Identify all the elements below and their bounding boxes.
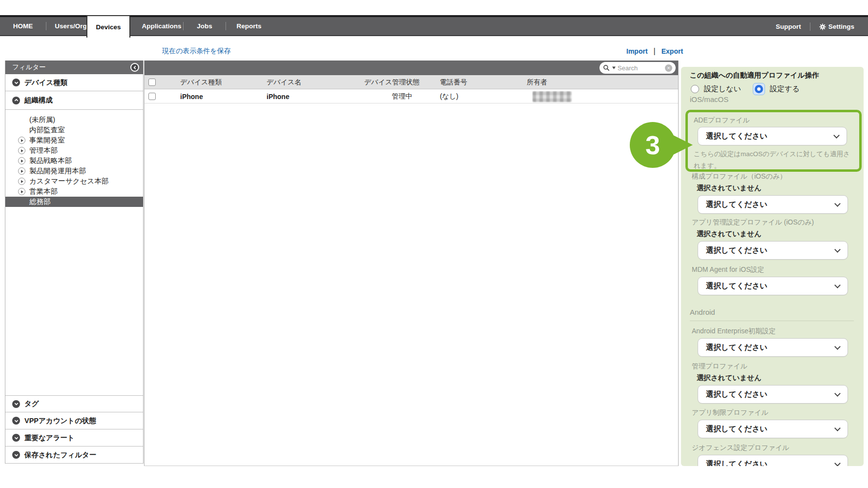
- filter-sidebar: フィルター デバイス種類 組織構成 (未所属) 内部監査室 事業開発室 管理本部: [5, 61, 144, 464]
- geofence-profile-select[interactable]: 選択してください: [698, 455, 848, 466]
- chevron-down-circle-icon: [12, 400, 20, 408]
- row-checkbox[interactable]: [148, 93, 156, 100]
- app-mgmt-profile-select[interactable]: 選択してください: [698, 241, 848, 260]
- nav-support[interactable]: Support: [776, 23, 801, 30]
- auto-apply-profile-panel: この組織への自動適用プロファイル操作 設定しない 設定する iOS/macOS …: [681, 67, 864, 466]
- nav-reports[interactable]: Reports: [226, 22, 272, 30]
- search-box[interactable]: ×: [599, 62, 676, 74]
- nav-jobs[interactable]: Jobs: [184, 22, 226, 30]
- table-row[interactable]: iPhone iPhone 管理中 (なし): [145, 89, 678, 103]
- import-link[interactable]: Import: [626, 47, 648, 55]
- org-tree-item-general-affairs-selected[interactable]: 総務部: [5, 197, 143, 207]
- select-value: 選択してください: [706, 424, 835, 434]
- step-3-callout: 3: [629, 122, 694, 168]
- chevron-down-icon: [833, 132, 840, 139]
- expand-node-icon[interactable]: [18, 157, 25, 164]
- expand-node-icon[interactable]: [18, 167, 25, 175]
- select-all-checkbox[interactable]: [148, 79, 156, 86]
- save-current-view-link[interactable]: 現在の表示条件を保存: [162, 47, 231, 56]
- device-table-area: × デバイス種類 デバイス名 デバイス管理状態 電話番号 所有者 iPhone …: [144, 61, 679, 466]
- org-tree-label: 製品開発運用本部: [29, 166, 86, 176]
- android-enterprise-select[interactable]: 選択してください: [698, 338, 848, 357]
- filter-section-alerts[interactable]: 重要なアラート: [5, 429, 143, 447]
- filter-header: フィルター: [5, 61, 143, 74]
- nav-tab-devices-active[interactable]: Devices: [86, 15, 130, 38]
- org-tree-item-unassigned[interactable]: (未所属): [5, 115, 143, 125]
- callout-number: 3: [629, 122, 676, 168]
- ade-profile-label: ADEプロファイル: [694, 116, 750, 125]
- android-section-header: Android: [690, 308, 715, 316]
- filter-section-saved-filters[interactable]: 保存されたフィルター: [5, 447, 143, 464]
- gear-icon: [819, 23, 826, 30]
- filter-section-device-type[interactable]: デバイス種類: [5, 74, 143, 91]
- select-value: 選択してください: [706, 131, 834, 142]
- chevron-down-icon: [834, 460, 841, 466]
- column-header[interactable]: デバイス名: [267, 75, 301, 89]
- panel-title: この組織への自動適用プロファイル操作: [690, 71, 819, 80]
- config-profile-select[interactable]: 選択してください: [698, 195, 848, 214]
- geofence-profile-label: ジオフェンス設定プロファイル: [692, 444, 789, 452]
- expand-node-icon[interactable]: [18, 188, 25, 195]
- export-link[interactable]: Export: [661, 47, 683, 55]
- org-tree-item-business-dev[interactable]: 事業開発室: [5, 135, 143, 145]
- filter-section-label: デバイス種類: [24, 78, 67, 87]
- radio-do-not-set[interactable]: [691, 85, 699, 93]
- section-divider: [690, 321, 854, 321]
- filter-section-label: 重要なアラート: [24, 433, 75, 443]
- nav-settings-label: Settings: [828, 23, 854, 30]
- org-tree-label: 内部監査室: [29, 125, 65, 135]
- radio-do-not-set-label[interactable]: 設定しない: [704, 84, 741, 94]
- chevron-down-icon: [834, 246, 841, 253]
- chevron-down-icon: [834, 201, 841, 207]
- cell-owner-redacted: [533, 89, 572, 103]
- select-value: 選択してください: [706, 281, 835, 291]
- org-tree-item-admin-hq[interactable]: 管理本部: [5, 145, 143, 156]
- filter-section-label: 組織構成: [24, 96, 53, 105]
- column-header[interactable]: 電話番号: [440, 75, 467, 89]
- filter-section-label: VPPアカウントの状態: [24, 416, 96, 426]
- mgmt-profile-not-selected: 選択されていません: [697, 373, 762, 383]
- filter-section-tag[interactable]: タグ: [5, 395, 143, 412]
- org-tree-label: 管理本部: [29, 146, 58, 155]
- app-mgmt-profile-label: アプリ管理設定プロファイル (iOSのみ): [692, 218, 814, 227]
- expand-node-icon[interactable]: [18, 178, 25, 185]
- chevron-down-circle-icon: [12, 434, 20, 442]
- app-restrict-profile-label: アプリ制限プロファイル: [692, 408, 768, 417]
- app-restrict-profile-select[interactable]: 選択してください: [698, 420, 848, 438]
- mdm-agent-label: MDM Agent for iOS設定: [692, 265, 765, 274]
- org-tree-item-sales-hq[interactable]: 営業本部: [5, 186, 143, 197]
- select-value: 選択してください: [706, 343, 835, 353]
- column-header[interactable]: 所有者: [527, 75, 547, 89]
- chevron-up-circle-icon: [12, 97, 20, 104]
- filter-section-org[interactable]: 組織構成: [5, 91, 143, 110]
- cell-device-type: iPhone: [180, 89, 203, 103]
- sidebar-collapse-button[interactable]: [130, 63, 139, 72]
- nav-home[interactable]: HOME: [0, 22, 46, 30]
- mgmt-profile-label: 管理プロファイル: [692, 362, 747, 371]
- org-tree-item-internal-audit[interactable]: 内部監査室: [5, 125, 143, 135]
- mdm-agent-select[interactable]: 選択してください: [698, 277, 848, 295]
- search-clear-icon[interactable]: ×: [665, 64, 672, 72]
- org-tree-item-product-strategy[interactable]: 製品戦略本部: [5, 156, 143, 166]
- org-tree-item-customer-success[interactable]: カスタマーサクセス本部: [5, 176, 143, 186]
- org-tree-label: (未所属): [29, 115, 55, 124]
- nav-settings[interactable]: Settings: [819, 23, 854, 30]
- ade-profile-select[interactable]: 選択してください: [698, 127, 847, 145]
- org-tree-label: 事業開発室: [29, 136, 65, 145]
- expand-node-icon[interactable]: [18, 137, 25, 144]
- org-tree-item-product-devops[interactable]: 製品開発運用本部: [5, 166, 143, 176]
- org-tree-label: 総務部: [29, 197, 51, 206]
- config-profile-not-selected: 選択されていません: [697, 183, 762, 193]
- nav-applications[interactable]: Applications: [140, 22, 183, 30]
- expand-node-icon[interactable]: [18, 147, 25, 154]
- cell-phone: (なし): [440, 89, 458, 103]
- search-scope-dropdown-icon[interactable]: [612, 66, 616, 69]
- search-input[interactable]: [618, 64, 663, 72]
- mgmt-profile-select[interactable]: 選択してください: [698, 385, 848, 404]
- column-header[interactable]: デバイス種類: [180, 75, 222, 89]
- filter-section-vpp[interactable]: VPPアカウントの状態: [5, 412, 143, 429]
- radio-set-selected[interactable]: [753, 83, 765, 95]
- chevron-down-icon: [834, 390, 841, 397]
- column-header[interactable]: デバイス管理状態: [364, 75, 419, 89]
- radio-set-label[interactable]: 設定する: [770, 84, 800, 94]
